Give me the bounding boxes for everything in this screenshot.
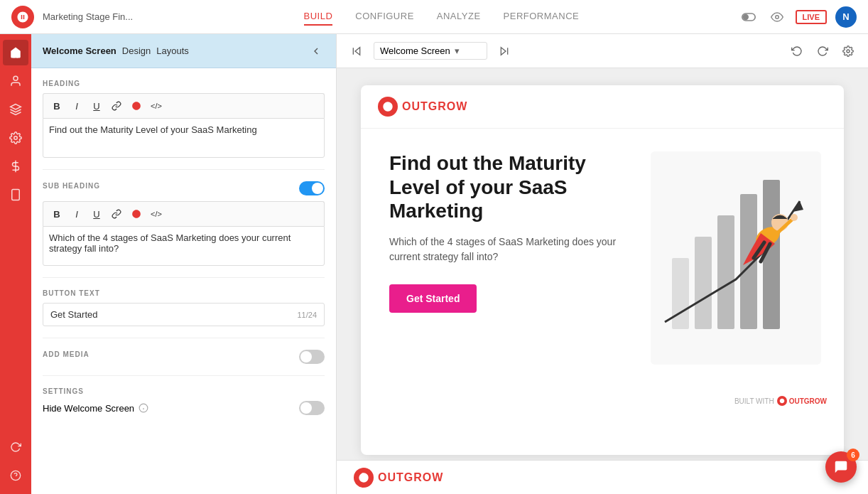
chat-badge: 6 (847, 449, 859, 461)
outgrow-logo-text: OUTGROW (402, 100, 467, 113)
svg-point-1 (743, 14, 748, 19)
user-avatar[interactable]: N (835, 6, 857, 28)
italic-button[interactable]: I (69, 98, 85, 114)
app-logo[interactable] (11, 6, 34, 28)
sidebar-item-help[interactable] (3, 463, 28, 488)
button-text-input-row: 11/24 (43, 303, 325, 326)
nav-analyze[interactable]: ANALYZE (437, 8, 481, 26)
hide-welcome-toggle[interactable] (299, 401, 325, 415)
code-button[interactable]: </> (148, 98, 164, 114)
svg-point-18 (847, 50, 850, 53)
editor-panel: Welcome Screen Design Layouts HEADING B … (31, 34, 337, 494)
svg-marker-16 (501, 47, 506, 55)
svg-point-28 (791, 214, 798, 221)
sidebar-item-dollar[interactable] (3, 154, 28, 179)
screen-name: Welcome Screen (380, 45, 450, 56)
toggle-icon[interactable] (739, 7, 759, 27)
nav-build[interactable]: BUILD (304, 8, 333, 26)
live-badge[interactable]: LIVE (796, 10, 827, 24)
nav-performance[interactable]: PERFORMANCE (504, 8, 580, 26)
sub-underline-button[interactable]: U (89, 206, 104, 222)
add-media-row: ADD MEDIA (43, 350, 325, 364)
bottom-logo-text: OUTGROW (378, 471, 443, 484)
sub-color-button[interactable] (129, 206, 144, 222)
outgrow-logo: OUTGROW (378, 97, 827, 117)
subheading-toggle[interactable] (299, 181, 325, 195)
main-nav: BUILD CONFIGURE ANALYZE PERFORMANCE (153, 8, 729, 26)
tab-layouts[interactable]: Layouts (156, 45, 189, 56)
svg-rect-19 (672, 258, 689, 329)
svg-point-3 (13, 76, 18, 80)
settings-label: SETTINGS (43, 387, 325, 395)
subheading-section-row: SUB HEADING (43, 181, 325, 195)
tab-design[interactable]: Design (122, 45, 151, 56)
sub-bold-button[interactable]: B (49, 206, 65, 222)
bold-button[interactable]: B (49, 98, 65, 114)
screen-selector[interactable]: Welcome Screen ▾ (374, 42, 487, 60)
add-media-toggle[interactable] (299, 350, 325, 364)
next-screen-button[interactable] (496, 43, 513, 60)
get-started-button[interactable]: Get Started (389, 284, 477, 313)
preview-content: OUTGROW Find out the Maturity Level of y… (337, 68, 868, 460)
svg-marker-14 (355, 47, 360, 55)
main-layout: Welcome Screen Design Layouts HEADING B … (0, 34, 868, 494)
sidebar-item-home[interactable] (3, 40, 28, 65)
preview-card: OUTGROW Find out the Maturity Level of y… (361, 85, 844, 455)
tab-welcome-screen[interactable]: Welcome Screen (43, 45, 116, 56)
card-body: Find out the Maturity Level of your SaaS… (361, 129, 844, 387)
card-header: OUTGROW (361, 85, 844, 129)
subheading-text[interactable]: Which of the 4 stages of SaaS Marketing … (43, 226, 325, 266)
chevron-down-icon: ▾ (455, 45, 460, 56)
redo-button[interactable] (814, 43, 831, 60)
add-media-label: ADD MEDIA (43, 350, 89, 358)
sub-link-button[interactable] (109, 206, 124, 222)
color-button[interactable] (129, 98, 144, 114)
svg-rect-20 (695, 237, 712, 329)
underline-button[interactable]: U (89, 98, 104, 114)
sidebar-item-mobile[interactable] (3, 182, 28, 208)
card-subheading: Which of the 4 stages of SaaS Marketing … (389, 235, 634, 264)
button-text-input[interactable] (50, 309, 297, 320)
preview-toolbar: Welcome Screen ▾ (337, 34, 868, 68)
panel-header: Welcome Screen Design Layouts (31, 34, 336, 68)
info-icon (139, 403, 148, 413)
app-title: Marketing Stage Fin... (43, 11, 133, 22)
subheading-section-label: SUB HEADING (43, 182, 100, 190)
hide-welcome-row: Hide Welcome Screen (43, 401, 325, 415)
card-left: Find out the Maturity Level of your SaaS… (389, 151, 634, 313)
panel-back-button[interactable] (308, 43, 325, 60)
hide-welcome-label: Hide Welcome Screen (43, 403, 134, 414)
sidebar-item-refresh[interactable] (3, 434, 28, 460)
eye-icon[interactable] (767, 7, 787, 27)
footer-logo-text: OUTGROW (789, 397, 827, 405)
sidebar-item-layers[interactable] (3, 97, 28, 122)
card-footer: BUILT WITH OUTGROW (361, 387, 844, 414)
bottom-logo-icon (354, 468, 374, 488)
footer-built-with: BUILT WITH (734, 397, 774, 405)
svg-point-2 (775, 15, 779, 18)
sidebar-item-settings[interactable] (3, 125, 28, 151)
preview-area: Welcome Screen ▾ (337, 34, 868, 494)
link-button[interactable] (109, 98, 124, 114)
undo-button[interactable] (788, 43, 805, 60)
svg-point-5 (14, 136, 18, 140)
panel-body: HEADING B I U </> Find out the Maturity … (31, 68, 336, 494)
chat-bubble-button[interactable]: 6 (825, 451, 857, 483)
card-heading: Find out the Maturity Level of your SaaS… (389, 151, 634, 223)
bottom-outgrow-logo: OUTGROW (354, 468, 443, 488)
sidebar-item-person[interactable] (3, 68, 28, 94)
prev-screen-button[interactable] (348, 43, 365, 60)
char-count: 11/24 (297, 311, 317, 319)
nav-configure[interactable]: CONFIGURE (355, 8, 414, 26)
sidebar-icons (0, 34, 31, 494)
sub-code-button[interactable]: </> (148, 206, 164, 222)
top-nav: Marketing Stage Fin... BUILD CONFIGURE A… (0, 0, 868, 34)
footer-logo-icon (777, 396, 787, 406)
sub-italic-button[interactable]: I (69, 206, 85, 222)
outgrow-logo-icon (378, 97, 398, 117)
button-text-label: BUTTON TEXT (43, 289, 325, 297)
settings-icon[interactable] (840, 43, 857, 60)
heading-toolbar: B I U </> (43, 93, 325, 118)
svg-rect-21 (717, 215, 734, 329)
heading-text[interactable]: Find out the Maturity Level of your SaaS… (43, 118, 325, 158)
